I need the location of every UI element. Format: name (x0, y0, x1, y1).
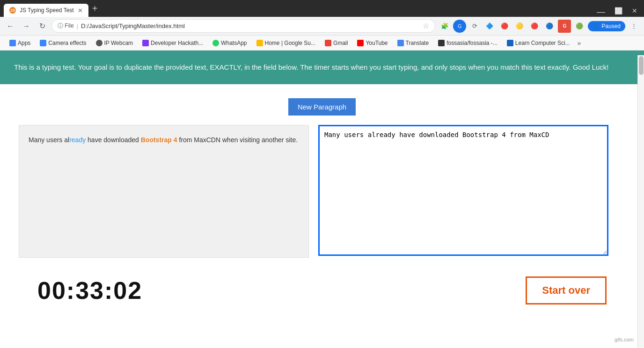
whatsapp-icon (212, 40, 219, 46)
main-content: New Paragraph Many users already have do… (0, 84, 644, 319)
refresh-button[interactable]: ↻ (36, 20, 49, 33)
scrollbar[interactable] (637, 55, 644, 348)
bookmarks-bar: Apps Camera effects IP Webcam Developer … (0, 36, 644, 51)
forward-button[interactable]: → (20, 20, 33, 33)
close-button[interactable]: ✕ (632, 7, 637, 17)
new-paragraph-button[interactable]: New Paragraph (288, 98, 356, 116)
source-text-normal2: have downloaded (86, 136, 141, 144)
browser-toolbar: ← → ↻ ⓘ File | D:/JavaScript/TypingMaste… (0, 17, 644, 36)
source-text-normal3: from MaxCDN when visiting another site. (177, 136, 298, 144)
source-text-normal1: Many users al (29, 136, 69, 144)
sync-icon[interactable]: ⟳ (468, 20, 481, 33)
start-over-button[interactable]: Start over (526, 276, 607, 304)
gmail-icon (325, 40, 331, 46)
timer-display: 00:33:02 (37, 276, 142, 304)
webcam-icon (96, 40, 102, 46)
maximize-button[interactable]: ⬜ (615, 7, 622, 17)
typing-area: Many users already have downloaded Boots… (318, 125, 608, 258)
window-controls: — ⬜ ✕ (594, 7, 640, 17)
address-file-label: ⓘ File (58, 22, 74, 30)
addon2-icon[interactable]: 🔴 (498, 20, 511, 33)
star-icon[interactable]: ☆ (423, 22, 429, 30)
bookmark-translate[interactable]: Translate (394, 39, 433, 47)
camera-icon (40, 40, 46, 46)
tab-title: JS Typing Speed Test (20, 7, 74, 14)
tab-favicon: JS (9, 7, 16, 14)
addon1-icon[interactable]: 🔷 (483, 20, 496, 33)
addon5-icon[interactable]: 🔵 (543, 20, 556, 33)
addon4-icon[interactable]: 🔴 (528, 20, 541, 33)
profile-icon[interactable]: G (453, 20, 466, 33)
paused-button[interactable]: 👤 Paused (588, 21, 625, 31)
bookmark-youtube[interactable]: YouTube (353, 39, 391, 47)
browser-window: JS JS Typing Speed Test ✕ + — ⬜ ✕ ← → ↻ … (0, 0, 644, 319)
google-icon (256, 40, 263, 46)
back-button[interactable]: ← (4, 20, 17, 33)
toolbar-actions: 🧩 G ⟳ 🔷 🔴 🟡 🔴 🔵 G 🟢 👤 Paused ⋮ (438, 20, 640, 33)
addon7-icon[interactable]: 🟢 (573, 20, 586, 33)
source-text-orange: Bootstrap 4 (141, 136, 177, 144)
addon3-icon[interactable]: 🟡 (513, 20, 526, 33)
user-avatar-icon: 👤 (593, 23, 600, 29)
learn-icon (507, 40, 513, 46)
extensions-icon[interactable]: 🧩 (438, 20, 451, 33)
address-separator: | (77, 22, 78, 29)
active-tab[interactable]: JS JS Typing Speed Test ✕ (4, 4, 88, 17)
translate-icon (397, 40, 404, 46)
typing-input[interactable]: Many users already have downloaded Boots… (318, 125, 608, 256)
paused-label: Paused (601, 23, 621, 29)
bookmark-fossasia[interactable]: fossasia/fossasia -... (434, 39, 501, 47)
bookmark-hackathon[interactable]: Developer Hackath... (139, 39, 207, 47)
tab-close-icon[interactable]: ✕ (78, 7, 83, 14)
addon6-icon[interactable]: G (558, 20, 571, 33)
youtube-icon (357, 40, 364, 46)
source-text-blue1: ready (69, 136, 86, 144)
bookmark-camera[interactable]: Camera effects (36, 39, 90, 47)
bookmark-gmail[interactable]: Gmail (321, 39, 351, 47)
new-tab-button[interactable]: + (88, 3, 102, 14)
bookmark-webcam[interactable]: IP Webcam (92, 39, 137, 47)
bookmark-google[interactable]: Home | Google Su... (253, 39, 320, 47)
minimize-button[interactable]: — (597, 7, 605, 17)
bookmark-apps[interactable]: Apps (6, 39, 34, 47)
bookmark-learn[interactable]: Learn Computer Sci... (503, 39, 574, 47)
content-row: Many users already have downloaded Boots… (19, 125, 625, 258)
center-area: New Paragraph Many users already have do… (19, 98, 625, 258)
tab-bar: JS JS Typing Speed Test ✕ + — ⬜ ✕ (0, 0, 644, 17)
bookmark-whatsapp[interactable]: WhatsApp (209, 39, 250, 47)
instructions-text: This is a typing test. Your goal is to d… (14, 62, 630, 73)
menu-icon[interactable]: ⋮ (627, 20, 640, 33)
bottom-section: 00:33:02 Start over (19, 276, 625, 304)
apps-icon (9, 40, 16, 46)
scrollbar-thumb[interactable] (639, 56, 644, 75)
fossasia-icon (438, 40, 445, 46)
hackathon-icon (142, 40, 149, 46)
page-content: This is a typing test. Your goal is to d… (0, 51, 644, 319)
header-banner: This is a typing test. Your goal is to d… (0, 51, 644, 84)
bookmarks-more[interactable]: » (578, 39, 581, 47)
address-url[interactable]: D:/JavaScript/TypingMaster/index.html (81, 22, 420, 29)
address-bar[interactable]: ⓘ File | D:/JavaScript/TypingMaster/inde… (51, 19, 435, 33)
gifs-watermark: gifs.com (613, 336, 636, 343)
source-text-box: Many users already have downloaded Boots… (19, 125, 309, 258)
